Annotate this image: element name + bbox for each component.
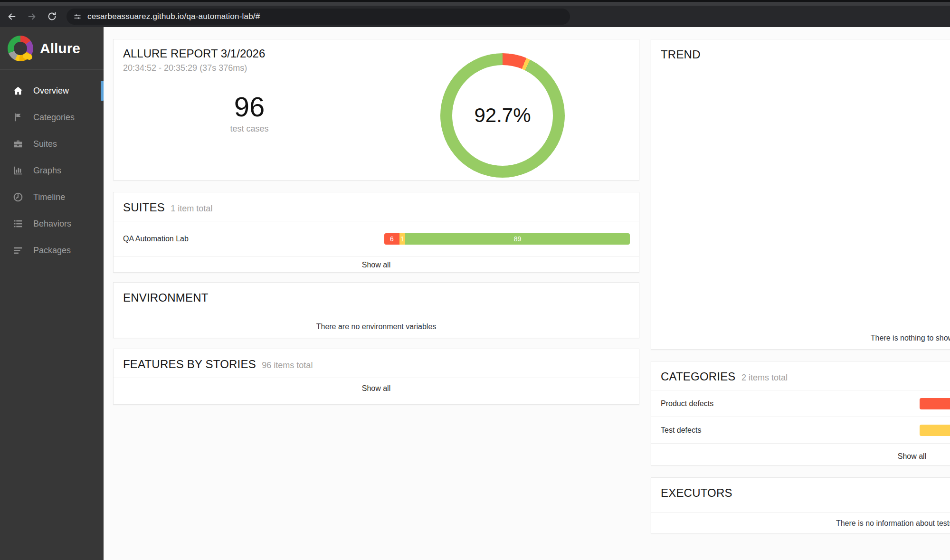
status-donut-hole: 92.7% <box>452 65 553 166</box>
passed-segment: 89 <box>405 233 630 245</box>
features-title: FEATURES BY STORIES <box>123 358 256 370</box>
category-bar <box>920 425 950 436</box>
category-row[interactable]: Product defects <box>651 390 950 417</box>
bar-chart-icon <box>12 165 24 176</box>
sidebar-item-label: Behaviors <box>33 219 71 229</box>
suites-subtitle: 1 item total <box>171 204 212 213</box>
features-card: FEATURES BY STORIES 96 items total Show … <box>113 349 639 405</box>
status-donut: 92.7% <box>440 53 565 178</box>
sidebar-item-suites[interactable]: Suites <box>0 131 104 157</box>
executors-title: EXECUTORS <box>661 486 732 499</box>
sidebar-item-label: Suites <box>33 139 57 149</box>
suite-name[interactable]: QA Automation Lab <box>123 235 384 243</box>
category-name[interactable]: Product defects <box>661 399 920 408</box>
brand-name: Allure <box>40 40 80 57</box>
categories-show-all-link[interactable]: Show all <box>651 444 950 469</box>
brand-link[interactable]: Allure <box>0 27 104 70</box>
environment-card: ENVIRONMENT There are no environment var… <box>113 282 639 338</box>
trend-card: TREND There is nothing to show <box>651 39 950 350</box>
features-show-all-link[interactable]: Show all <box>114 378 639 399</box>
total-test-cases-value: 96 <box>178 92 321 122</box>
suite-status-bar: 6 1 89 <box>384 233 630 245</box>
pass-percentage: 92.7% <box>474 104 531 127</box>
sidebar-item-categories[interactable]: Categories <box>0 104 104 131</box>
total-test-cases-label: test cases <box>178 124 321 134</box>
category-bar <box>920 398 950 409</box>
executors-empty-message: There is no information about tests exec… <box>651 513 950 528</box>
reload-icon <box>47 11 57 21</box>
back-button[interactable] <box>4 9 20 25</box>
sidebar-item-timeline[interactable]: Timeline <box>0 184 104 210</box>
category-name[interactable]: Test defects <box>661 426 920 435</box>
categories-title: CATEGORIES <box>661 370 736 383</box>
allure-logo-icon <box>8 36 33 61</box>
home-icon <box>12 85 24 96</box>
suites-show-all-link[interactable]: Show all <box>114 257 639 273</box>
features-subtitle: 96 items total <box>262 361 313 370</box>
suite-row[interactable]: QA Automation Lab 6 1 89 <box>114 221 639 256</box>
category-row[interactable]: Test defects <box>651 417 950 443</box>
features-header: FEATURES BY STORIES 96 items total <box>114 349 639 378</box>
site-info-icon[interactable] <box>73 12 82 21</box>
categories-header: CATEGORIES 2 items total <box>651 361 950 390</box>
suites-title: SUITES <box>123 201 165 214</box>
forward-icon <box>27 11 37 22</box>
suites-card: SUITES 1 item total QA Automation Lab 6 … <box>113 192 639 273</box>
url-bar[interactable]: cesarbeassuarez.github.io/qa-automation-… <box>66 9 570 25</box>
report-time-range: 20:34:52 - 20:35:29 (37s 376ms) <box>123 63 247 73</box>
list-icon <box>12 218 24 229</box>
sidebar-item-overview[interactable]: Overview <box>0 77 104 104</box>
stack-icon <box>12 245 24 256</box>
categories-card: CATEGORIES 2 items total Product defects… <box>651 361 950 465</box>
clock-icon <box>12 191 24 203</box>
executors-header: EXECUTORS <box>651 478 950 513</box>
suites-header: SUITES 1 item total <box>114 192 639 221</box>
total-stat: 96 test cases <box>178 92 321 134</box>
trend-title: TREND <box>661 48 701 61</box>
sidebar: Allure Overview Categories Suites Graph <box>0 27 104 560</box>
overview-card: ALLURE REPORT 3/1/2026 20:34:52 - 20:35:… <box>113 39 639 180</box>
report-title: ALLURE REPORT 3/1/2026 <box>123 47 265 60</box>
trend-header: TREND <box>651 39 950 68</box>
sidebar-item-packages[interactable]: Packages <box>0 237 104 264</box>
executors-card: EXECUTORS There is no information about … <box>651 477 950 533</box>
sidebar-item-label: Overview <box>33 86 69 96</box>
sidebar-item-label: Timeline <box>33 192 65 202</box>
briefcase-icon <box>12 138 24 150</box>
broken-segment: 1 <box>399 233 405 245</box>
reload-button[interactable] <box>44 9 60 25</box>
sidebar-item-label: Categories <box>33 113 75 123</box>
tab-strip <box>0 2 950 6</box>
flag-icon <box>12 112 24 123</box>
environment-title: ENVIRONMENT <box>123 291 209 304</box>
sidebar-item-label: Graphs <box>33 166 61 176</box>
sidebar-item-graphs[interactable]: Graphs <box>0 157 104 184</box>
trend-empty-message: There is nothing to show <box>651 334 950 342</box>
forward-button[interactable] <box>24 9 40 25</box>
browser-chrome: cesarbeassuarez.github.io/qa-automation-… <box>0 0 950 27</box>
sidebar-item-label: Packages <box>33 246 71 256</box>
environment-header: ENVIRONMENT <box>114 283 639 311</box>
back-icon <box>7 11 17 22</box>
browser-toolbar: cesarbeassuarez.github.io/qa-automation-… <box>0 6 950 27</box>
environment-empty-message: There are no environment variables <box>114 323 639 331</box>
sidebar-nav: Overview Categories Suites Graphs Timeli <box>0 70 104 264</box>
url-text[interactable]: cesarbeassuarez.github.io/qa-automation-… <box>87 12 260 21</box>
failed-segment: 6 <box>384 233 399 245</box>
categories-subtitle: 2 items total <box>741 373 788 382</box>
sidebar-item-behaviors[interactable]: Behaviors <box>0 210 104 237</box>
